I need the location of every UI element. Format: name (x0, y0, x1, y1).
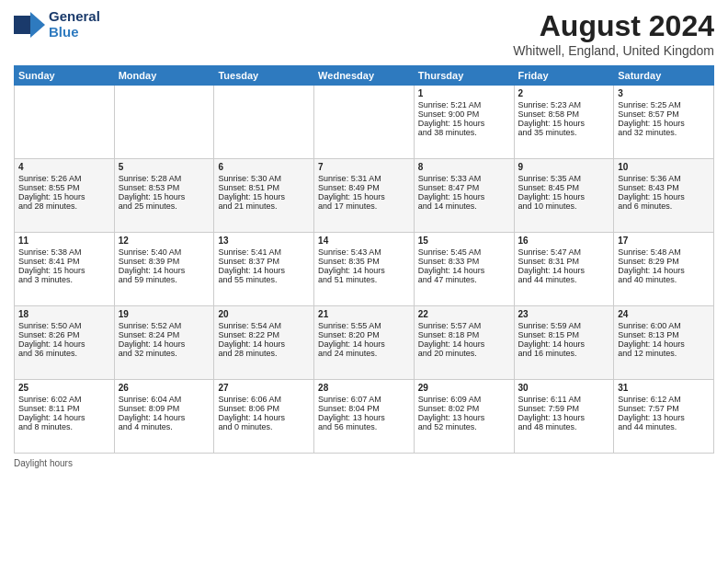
cell-content-line: Daylight: 14 hours (618, 266, 710, 275)
header: General Blue August 2024 Whitwell, Engla… (14, 9, 714, 58)
calendar-cell (314, 86, 415, 159)
cell-content-line: Sunset: 8:26 PM (18, 330, 110, 339)
calendar-cell: 21Sunrise: 5:55 AMSunset: 8:20 PMDayligh… (314, 306, 415, 380)
cell-content-line: Daylight: 15 hours (618, 192, 710, 201)
cell-content-line: Sunrise: 5:48 AM (618, 247, 710, 257)
cell-content-line: Daylight: 14 hours (318, 266, 410, 275)
weekday-header-cell: Wednesday (314, 66, 415, 86)
calendar-cell: 26Sunrise: 6:04 AMSunset: 8:09 PMDayligh… (114, 380, 214, 454)
calendar-cell: 8Sunrise: 5:33 AMSunset: 8:47 PMDaylight… (414, 159, 514, 233)
cell-content-line: Sunset: 8:22 PM (218, 330, 310, 339)
title-area: August 2024 Whitwell, England, United Ki… (513, 9, 714, 58)
day-number: 20 (218, 309, 310, 319)
cell-content-line: and 40 minutes. (618, 275, 710, 284)
day-number: 26 (119, 383, 210, 393)
cell-content-line: Sunset: 8:24 PM (119, 330, 210, 339)
weekday-header-cell: Monday (114, 66, 214, 86)
day-number: 13 (218, 236, 310, 246)
cell-content-line: Daylight: 15 hours (119, 192, 210, 201)
calendar-cell: 19Sunrise: 5:52 AMSunset: 8:24 PMDayligh… (114, 306, 214, 380)
cell-content-line: Sunset: 8:02 PM (418, 404, 510, 413)
cell-content-line: and 28 minutes. (18, 201, 110, 211)
day-number: 1 (418, 88, 510, 98)
day-number: 27 (218, 383, 310, 393)
day-number: 31 (618, 383, 710, 393)
cell-content-line: and 47 minutes. (418, 275, 510, 284)
cell-content-line: and 32 minutes. (618, 128, 710, 137)
cell-content-line: Sunrise: 5:26 AM (18, 174, 110, 183)
cell-content-line: Sunrise: 5:28 AM (119, 174, 210, 183)
cell-content-line: and 24 minutes. (318, 349, 410, 358)
cell-content-line: Sunset: 8:13 PM (618, 330, 710, 339)
logo-line2: Blue (49, 25, 100, 40)
cell-content-line: and 20 minutes. (418, 349, 510, 358)
cell-content-line: Sunrise: 5:33 AM (418, 174, 510, 183)
cell-content-line: Daylight: 13 hours (418, 413, 510, 422)
cell-content-line: Sunrise: 6:11 AM (518, 395, 610, 404)
calendar-cell: 15Sunrise: 5:45 AMSunset: 8:33 PMDayligh… (414, 233, 514, 306)
cell-content-line: and 52 minutes. (418, 422, 510, 431)
cell-content-line: Sunrise: 6:07 AM (318, 395, 410, 404)
cell-content-line: and 36 minutes. (18, 349, 110, 358)
calendar-cell: 2Sunrise: 5:23 AMSunset: 8:58 PMDaylight… (514, 86, 614, 159)
cell-content-line: Daylight: 14 hours (18, 413, 110, 422)
cell-content-line: Sunset: 8:37 PM (218, 257, 310, 266)
cell-content-line: Daylight: 14 hours (119, 266, 210, 275)
calendar-cell: 11Sunrise: 5:38 AMSunset: 8:41 PMDayligh… (15, 233, 115, 306)
weekday-header-cell: Friday (514, 66, 614, 86)
cell-content-line: Sunset: 8:47 PM (418, 183, 510, 192)
day-number: 15 (418, 236, 510, 246)
cell-content-line: Daylight: 13 hours (518, 413, 610, 422)
cell-content-line: Sunset: 8:33 PM (418, 257, 510, 266)
subtitle: Whitwell, England, United Kingdom (513, 43, 714, 58)
day-number: 22 (418, 309, 510, 319)
cell-content-line: Sunrise: 6:06 AM (218, 395, 310, 404)
cell-content-line: Sunset: 8:29 PM (618, 257, 710, 266)
cell-content-line: Daylight: 14 hours (18, 339, 110, 349)
cell-content-line: Sunset: 8:09 PM (119, 404, 210, 413)
calendar-cell: 1Sunrise: 5:21 AMSunset: 9:00 PMDaylight… (414, 86, 514, 159)
cell-content-line: and 3 minutes. (18, 275, 110, 284)
calendar-cell: 23Sunrise: 5:59 AMSunset: 8:15 PMDayligh… (514, 306, 614, 380)
day-number: 30 (518, 383, 610, 393)
cell-content-line: Daylight: 14 hours (218, 413, 310, 422)
day-number: 2 (518, 88, 610, 98)
svg-rect-0 (14, 16, 30, 34)
calendar-week-row: 25Sunrise: 6:02 AMSunset: 8:11 PMDayligh… (15, 380, 714, 454)
calendar-cell: 3Sunrise: 5:25 AMSunset: 8:57 PMDaylight… (614, 86, 714, 159)
cell-content-line: Sunset: 8:15 PM (518, 330, 610, 339)
cell-content-line: and 32 minutes. (119, 349, 210, 358)
cell-content-line: Daylight: 14 hours (119, 339, 210, 349)
cell-content-line: Daylight: 14 hours (518, 266, 610, 275)
calendar-cell (15, 86, 115, 159)
day-number: 14 (318, 236, 410, 246)
calendar-cell: 16Sunrise: 5:47 AMSunset: 8:31 PMDayligh… (514, 233, 614, 306)
cell-content-line: and 17 minutes. (318, 201, 410, 211)
calendar-cell: 14Sunrise: 5:43 AMSunset: 8:35 PMDayligh… (314, 233, 415, 306)
cell-content-line: Sunrise: 5:59 AM (518, 321, 610, 330)
cell-content-line: Sunrise: 5:23 AM (518, 100, 610, 109)
cell-content-line: Sunrise: 5:52 AM (119, 321, 210, 330)
cell-content-line: Sunset: 8:18 PM (418, 330, 510, 339)
calendar-cell: 31Sunrise: 6:12 AMSunset: 7:57 PMDayligh… (614, 380, 714, 454)
cell-content-line: Sunrise: 5:54 AM (218, 321, 310, 330)
cell-content-line: Daylight: 15 hours (18, 192, 110, 201)
weekday-header-cell: Thursday (414, 66, 514, 86)
cell-content-line: Sunrise: 5:45 AM (418, 247, 510, 257)
calendar-cell: 10Sunrise: 5:36 AMSunset: 8:43 PMDayligh… (614, 159, 714, 233)
weekday-header-cell: Saturday (614, 66, 714, 86)
cell-content-line: and 6 minutes. (618, 201, 710, 211)
cell-content-line: Sunset: 8:49 PM (318, 183, 410, 192)
cell-content-line: and 56 minutes. (318, 422, 410, 431)
page: General Blue August 2024 Whitwell, Engla… (0, 0, 728, 563)
cell-content-line: Sunrise: 5:50 AM (18, 321, 110, 330)
cell-content-line: and 38 minutes. (418, 128, 510, 137)
cell-content-line: Daylight: 14 hours (318, 339, 410, 349)
cell-content-line: and 16 minutes. (518, 349, 610, 358)
cell-content-line: Daylight: 15 hours (18, 266, 110, 275)
cell-content-line: Sunset: 8:53 PM (119, 183, 210, 192)
cell-content-line: and 14 minutes. (418, 201, 510, 211)
day-number: 7 (318, 162, 410, 172)
cell-content-line: Sunrise: 5:21 AM (418, 100, 510, 109)
cell-content-line: Sunrise: 5:36 AM (618, 174, 710, 183)
